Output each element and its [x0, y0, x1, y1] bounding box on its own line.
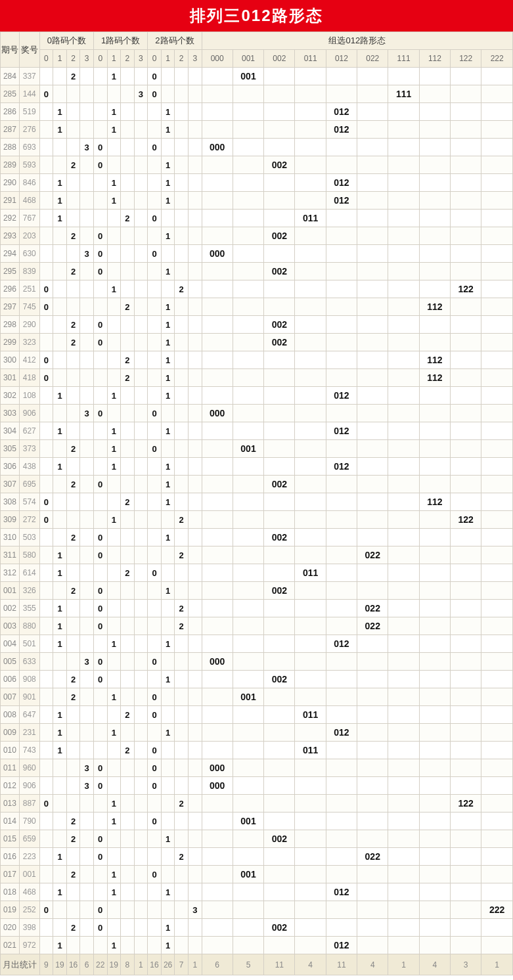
summary-cell: 26 [161, 954, 175, 975]
cell-count [66, 564, 80, 582]
cell-count [134, 813, 148, 830]
cell-count [80, 866, 94, 883]
cell-count [80, 830, 94, 848]
cell-pattern [295, 493, 326, 511]
cell-count [175, 156, 189, 174]
table-row: 017001210001 [1, 866, 513, 883]
table-row: 020398201002 [1, 919, 513, 937]
cell-period: 285 [1, 85, 20, 103]
cell-pattern [357, 671, 388, 688]
cell-pattern [419, 653, 450, 671]
cell-pattern [233, 901, 263, 919]
cell-pattern [264, 245, 295, 263]
cell-pattern [451, 245, 481, 263]
table-row: 304627111012 [1, 422, 513, 440]
cell-count [53, 369, 67, 387]
cell-count [39, 671, 53, 688]
cell-pattern [419, 883, 450, 901]
cell-pattern [326, 245, 357, 263]
cell-count [134, 316, 148, 334]
cell-pattern [295, 334, 326, 351]
cell-pattern [419, 68, 450, 85]
cell-num: 659 [19, 830, 39, 848]
table-row: 310503201002 [1, 529, 513, 546]
cell-count [148, 617, 162, 635]
cell-count [107, 600, 121, 617]
cell-pattern [388, 582, 419, 600]
cell-count [121, 582, 135, 600]
cell-pattern [451, 529, 481, 546]
cell-pattern [357, 688, 388, 706]
cell-count [175, 68, 189, 85]
cell-count: 1 [107, 937, 121, 954]
cell-count [188, 405, 202, 422]
cell-period: 290 [1, 174, 20, 192]
table-row: 299323201002 [1, 334, 513, 351]
cell-count [39, 937, 53, 954]
cell-count [148, 476, 162, 493]
cell-count [80, 671, 94, 688]
cell-count: 0 [93, 156, 107, 174]
cell-pattern [202, 600, 233, 617]
cell-count [107, 334, 121, 351]
cell-pattern [357, 919, 388, 937]
cell-pattern [419, 245, 450, 263]
summary-cell: 19 [53, 954, 67, 975]
cell-count [39, 263, 53, 280]
cell-pattern [481, 937, 513, 954]
cell-count [175, 334, 189, 351]
cell-count: 0 [93, 901, 107, 919]
cell-count [175, 121, 189, 139]
cell-pattern [326, 742, 357, 759]
cell-count: 2 [121, 210, 135, 227]
cell-pattern [388, 901, 419, 919]
cell-count [134, 635, 148, 653]
cell-count [175, 564, 189, 582]
cell-period: 303 [1, 405, 20, 422]
cell-pattern [451, 848, 481, 866]
cell-pattern [326, 298, 357, 316]
cell-count [121, 546, 135, 564]
cell-pattern [202, 280, 233, 298]
cell-count [53, 511, 67, 529]
cell-pattern [202, 635, 233, 653]
cell-pattern [264, 458, 295, 476]
cell-period: 291 [1, 192, 20, 210]
cell-count [66, 883, 80, 901]
cell-num: 614 [19, 564, 39, 582]
cell-count [80, 369, 94, 387]
cell-num: 355 [19, 600, 39, 617]
cell-pattern [326, 156, 357, 174]
cell-count [80, 600, 94, 617]
cell-pattern [357, 476, 388, 493]
cell-pattern [233, 493, 263, 511]
cell-period: 014 [1, 813, 20, 830]
cell-count [148, 387, 162, 405]
cell-pattern: 122 [451, 511, 481, 529]
cell-period: 018 [1, 883, 20, 901]
cell-count [93, 369, 107, 387]
cell-count [148, 600, 162, 617]
cell-pattern [419, 511, 450, 529]
cell-count [161, 85, 175, 103]
cell-count [134, 192, 148, 210]
cell-pattern [419, 422, 450, 440]
cell-count [80, 564, 94, 582]
cell-pattern [388, 724, 419, 742]
cell-period: 308 [1, 493, 20, 511]
cell-num: 630 [19, 245, 39, 263]
cell-pattern [202, 688, 233, 706]
cell-count: 1 [107, 121, 121, 139]
cell-pattern [233, 671, 263, 688]
cell-count [39, 405, 53, 422]
table-row: 007901210001 [1, 688, 513, 706]
cell-count [148, 227, 162, 245]
cell-pattern: 000 [202, 653, 233, 671]
cell-pattern [264, 600, 295, 617]
cell-pattern [481, 298, 513, 316]
cell-count [39, 458, 53, 476]
cell-count: 1 [107, 866, 121, 883]
cell-count [161, 742, 175, 759]
cell-count [53, 245, 67, 263]
cell-count [175, 458, 189, 476]
